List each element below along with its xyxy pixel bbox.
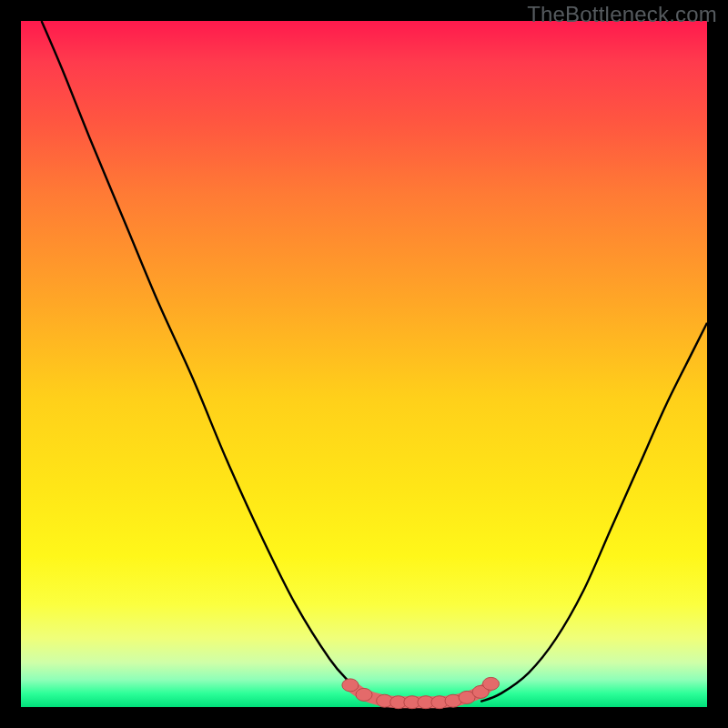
floor-marker	[356, 688, 372, 701]
chart-svg	[21, 21, 707, 707]
chart-frame: TheBottleneck.com	[0, 0, 728, 728]
floor-marker	[342, 679, 359, 692]
curve-left	[42, 21, 379, 702]
watermark-text: TheBottleneck.com	[527, 2, 717, 27]
floor-marker	[483, 677, 500, 690]
chart-plot-area	[21, 21, 707, 707]
curve-right	[480, 323, 707, 702]
floor-markers-group	[342, 677, 500, 708]
